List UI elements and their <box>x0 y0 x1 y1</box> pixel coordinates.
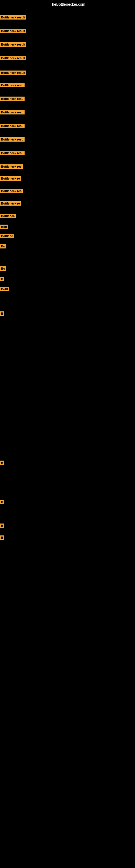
bottleneck-result-badge: Bott <box>0 225 8 229</box>
bottleneck-result-badge: Bottleneck res <box>0 189 23 193</box>
bottleneck-result-badge: Bottleneck resu <box>0 97 25 101</box>
bottleneck-result-badge: B <box>0 524 4 528</box>
bottleneck-result-badge: Bottleneck result <box>0 29 26 33</box>
bottleneck-result-badge: Bottleneck resu <box>0 83 25 87</box>
bottleneck-result-badge: Bottleneck result <box>0 15 26 20</box>
bottleneck-result-badge: Bottleneck res <box>0 164 23 169</box>
bottleneck-result-badge: B <box>0 461 4 465</box>
site-title: TheBottlenecker.com <box>0 0 135 9</box>
bottleneck-result-badge: Bottleneck resu <box>0 137 25 142</box>
bottleneck-result-badge: B <box>0 311 4 316</box>
bottleneck-result-badge: B <box>0 500 4 504</box>
bottleneck-result-badge: Bottl <box>0 287 9 291</box>
bottleneck-result-badge: Bo <box>0 244 6 248</box>
bottleneck-result-badge: Bottlenec <box>0 214 16 218</box>
bottleneck-result-badge: Bottleneck result <box>0 56 26 60</box>
bottleneck-result-badge: B <box>0 277 4 281</box>
bottleneck-result-badge: Bottleneck result <box>0 42 26 46</box>
bottleneck-result-badge: Bottleneck re <box>0 176 21 181</box>
bottleneck-result-badge: B <box>0 535 4 540</box>
bottleneck-result-badge: Bottlene <box>0 234 14 238</box>
bottleneck-result-badge: Bottleneck resu <box>0 110 25 115</box>
bottleneck-result-badge: Bottleneck re <box>0 201 21 206</box>
bottleneck-result-badge: Bottleneck resu <box>0 151 25 155</box>
bottleneck-result-badge: Bo <box>0 267 6 271</box>
bottleneck-result-badge: Bottleneck resu <box>0 124 25 128</box>
bottleneck-result-badge: Bottleneck result <box>0 70 26 75</box>
